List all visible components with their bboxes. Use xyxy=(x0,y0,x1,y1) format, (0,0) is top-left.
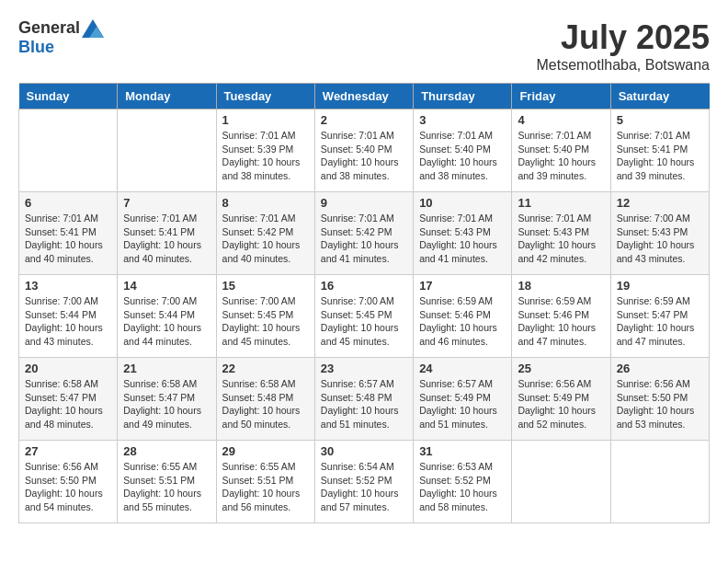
calendar-week-4: 20Sunrise: 6:58 AMSunset: 5:47 PMDayligh… xyxy=(19,358,710,441)
day-number: 1 xyxy=(222,113,309,127)
day-info: Sunrise: 6:58 AMSunset: 5:48 PMDaylight:… xyxy=(222,377,309,431)
calendar-cell: 28Sunrise: 6:55 AMSunset: 5:51 PMDayligh… xyxy=(118,441,216,523)
calendar-cell: 13Sunrise: 7:00 AMSunset: 5:44 PMDayligh… xyxy=(19,275,118,358)
calendar-cell: 12Sunrise: 7:00 AMSunset: 5:43 PMDayligh… xyxy=(610,192,709,275)
calendar-cell: 16Sunrise: 7:00 AMSunset: 5:45 PMDayligh… xyxy=(314,275,413,358)
calendar-cell: 4Sunrise: 7:01 AMSunset: 5:40 PMDaylight… xyxy=(512,109,610,192)
month-title: July 2025 xyxy=(536,18,710,57)
day-info: Sunrise: 7:01 AMSunset: 5:41 PMDaylight:… xyxy=(25,212,111,266)
calendar-cell: 30Sunrise: 6:54 AMSunset: 5:52 PMDayligh… xyxy=(314,441,413,523)
day-number: 28 xyxy=(123,444,210,458)
calendar-cell: 11Sunrise: 7:01 AMSunset: 5:43 PMDayligh… xyxy=(512,192,610,275)
weekday-header-wednesday: Wednesday xyxy=(314,84,413,109)
day-info: Sunrise: 7:01 AMSunset: 5:40 PMDaylight:… xyxy=(321,129,407,183)
day-number: 10 xyxy=(419,196,506,210)
weekday-header-tuesday: Tuesday xyxy=(216,84,314,109)
day-number: 2 xyxy=(321,113,407,127)
header-row: SundayMondayTuesdayWednesdayThursdayFrid… xyxy=(19,84,710,109)
day-info: Sunrise: 6:57 AMSunset: 5:49 PMDaylight:… xyxy=(419,377,506,431)
calendar-cell: 21Sunrise: 6:58 AMSunset: 5:47 PMDayligh… xyxy=(118,358,216,441)
calendar-cell: 5Sunrise: 7:01 AMSunset: 5:41 PMDaylight… xyxy=(610,109,709,192)
calendar-cell: 25Sunrise: 6:56 AMSunset: 5:49 PMDayligh… xyxy=(512,358,610,441)
day-number: 17 xyxy=(419,279,506,293)
day-number: 5 xyxy=(617,113,703,127)
day-info: Sunrise: 6:53 AMSunset: 5:52 PMDaylight:… xyxy=(419,460,506,514)
day-number: 29 xyxy=(222,444,309,458)
day-number: 24 xyxy=(419,362,506,375)
calendar-week-1: 1Sunrise: 7:01 AMSunset: 5:39 PMDaylight… xyxy=(19,109,710,192)
day-info: Sunrise: 6:56 AMSunset: 5:50 PMDaylight:… xyxy=(617,377,703,431)
day-info: Sunrise: 7:01 AMSunset: 5:41 PMDaylight:… xyxy=(617,129,703,183)
day-number: 27 xyxy=(25,444,111,458)
calendar-cell: 10Sunrise: 7:01 AMSunset: 5:43 PMDayligh… xyxy=(414,192,512,275)
weekday-header-monday: Monday xyxy=(118,84,216,109)
day-info: Sunrise: 6:56 AMSunset: 5:50 PMDaylight:… xyxy=(25,460,111,514)
day-number: 9 xyxy=(321,196,407,210)
calendar-cell xyxy=(512,441,610,523)
day-info: Sunrise: 7:01 AMSunset: 5:40 PMDaylight:… xyxy=(518,129,604,183)
title-area: July 2025 Metsemotlhaba, Botswana xyxy=(536,18,710,74)
day-info: Sunrise: 6:55 AMSunset: 5:51 PMDaylight:… xyxy=(222,460,309,514)
weekday-header-thursday: Thursday xyxy=(414,84,512,109)
calendar-cell: 29Sunrise: 6:55 AMSunset: 5:51 PMDayligh… xyxy=(216,441,314,523)
logo-icon xyxy=(82,19,104,38)
calendar-cell: 22Sunrise: 6:58 AMSunset: 5:48 PMDayligh… xyxy=(216,358,314,441)
day-info: Sunrise: 7:01 AMSunset: 5:41 PMDaylight:… xyxy=(123,212,210,266)
day-number: 4 xyxy=(518,113,604,127)
day-number: 21 xyxy=(123,362,210,375)
day-number: 16 xyxy=(321,279,407,293)
calendar-cell: 3Sunrise: 7:01 AMSunset: 5:40 PMDaylight… xyxy=(414,109,512,192)
calendar-cell: 18Sunrise: 6:59 AMSunset: 5:46 PMDayligh… xyxy=(512,275,610,358)
calendar-cell: 23Sunrise: 6:57 AMSunset: 5:48 PMDayligh… xyxy=(314,358,413,441)
calendar-week-2: 6Sunrise: 7:01 AMSunset: 5:41 PMDaylight… xyxy=(19,192,710,275)
calendar-cell: 15Sunrise: 7:00 AMSunset: 5:45 PMDayligh… xyxy=(216,275,314,358)
day-info: Sunrise: 6:59 AMSunset: 5:47 PMDaylight:… xyxy=(617,294,703,349)
day-number: 8 xyxy=(222,196,309,210)
day-info: Sunrise: 6:56 AMSunset: 5:49 PMDaylight:… xyxy=(518,377,604,431)
page-header: General Blue July 2025 Metsemotlhaba, Bo… xyxy=(18,18,710,74)
day-info: Sunrise: 7:00 AMSunset: 5:45 PMDaylight:… xyxy=(321,294,407,349)
day-info: Sunrise: 6:54 AMSunset: 5:52 PMDaylight:… xyxy=(321,460,407,514)
day-info: Sunrise: 6:58 AMSunset: 5:47 PMDaylight:… xyxy=(25,377,111,431)
logo-general: General xyxy=(18,18,80,38)
calendar-cell xyxy=(610,441,709,523)
day-number: 3 xyxy=(419,113,506,127)
logo-blue: Blue xyxy=(18,38,54,57)
calendar-cell: 26Sunrise: 6:56 AMSunset: 5:50 PMDayligh… xyxy=(610,358,709,441)
calendar-cell: 19Sunrise: 6:59 AMSunset: 5:47 PMDayligh… xyxy=(610,275,709,358)
day-info: Sunrise: 7:01 AMSunset: 5:42 PMDaylight:… xyxy=(321,212,407,266)
day-number: 25 xyxy=(518,362,604,375)
calendar-cell: 24Sunrise: 6:57 AMSunset: 5:49 PMDayligh… xyxy=(414,358,512,441)
location-title: Metsemotlhaba, Botswana xyxy=(536,57,710,74)
day-info: Sunrise: 6:58 AMSunset: 5:47 PMDaylight:… xyxy=(123,377,210,431)
day-info: Sunrise: 6:57 AMSunset: 5:48 PMDaylight:… xyxy=(321,377,407,431)
day-info: Sunrise: 7:00 AMSunset: 5:44 PMDaylight:… xyxy=(123,294,210,349)
day-number: 31 xyxy=(419,444,506,458)
calendar-cell: 9Sunrise: 7:01 AMSunset: 5:42 PMDaylight… xyxy=(314,192,413,275)
calendar-table: SundayMondayTuesdayWednesdayThursdayFrid… xyxy=(18,83,710,523)
day-info: Sunrise: 6:59 AMSunset: 5:46 PMDaylight:… xyxy=(419,294,506,349)
day-number: 14 xyxy=(123,279,210,293)
day-number: 7 xyxy=(123,196,210,210)
calendar-cell: 20Sunrise: 6:58 AMSunset: 5:47 PMDayligh… xyxy=(19,358,118,441)
day-info: Sunrise: 7:00 AMSunset: 5:45 PMDaylight:… xyxy=(222,294,309,349)
logo: General Blue xyxy=(18,18,104,57)
day-info: Sunrise: 6:55 AMSunset: 5:51 PMDaylight:… xyxy=(123,460,210,514)
calendar-cell: 17Sunrise: 6:59 AMSunset: 5:46 PMDayligh… xyxy=(414,275,512,358)
calendar-cell: 8Sunrise: 7:01 AMSunset: 5:42 PMDaylight… xyxy=(216,192,314,275)
day-info: Sunrise: 7:01 AMSunset: 5:40 PMDaylight:… xyxy=(419,129,506,183)
calendar-week-5: 27Sunrise: 6:56 AMSunset: 5:50 PMDayligh… xyxy=(19,441,710,523)
calendar-cell xyxy=(118,109,216,192)
day-number: 23 xyxy=(321,362,407,375)
day-number: 19 xyxy=(617,279,703,293)
weekday-header-saturday: Saturday xyxy=(610,84,709,109)
day-number: 6 xyxy=(25,196,111,210)
day-number: 13 xyxy=(25,279,111,293)
day-number: 30 xyxy=(321,444,407,458)
day-info: Sunrise: 6:59 AMSunset: 5:46 PMDaylight:… xyxy=(518,294,604,349)
calendar-cell: 2Sunrise: 7:01 AMSunset: 5:40 PMDaylight… xyxy=(314,109,413,192)
day-number: 22 xyxy=(222,362,309,375)
day-number: 20 xyxy=(25,362,111,375)
calendar-cell: 6Sunrise: 7:01 AMSunset: 5:41 PMDaylight… xyxy=(19,192,118,275)
calendar-cell: 1Sunrise: 7:01 AMSunset: 5:39 PMDaylight… xyxy=(216,109,314,192)
